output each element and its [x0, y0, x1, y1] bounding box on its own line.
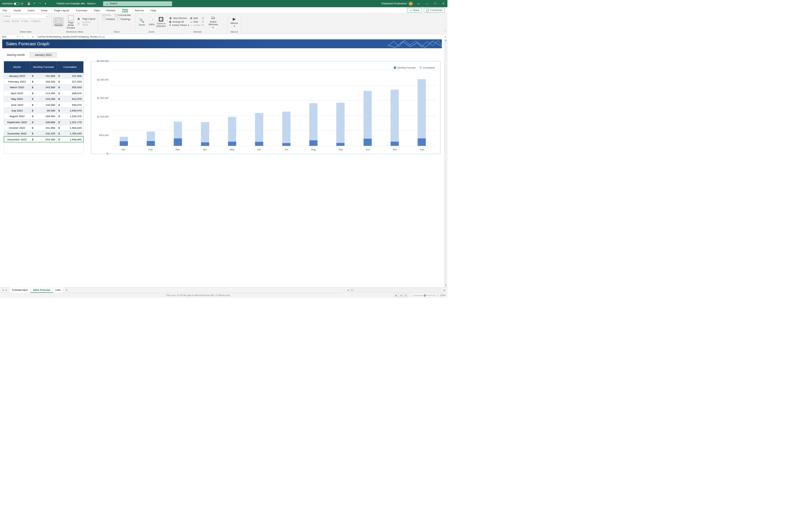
- collapse-ribbon-icon[interactable]: ⌃: [444, 30, 446, 33]
- fx-icon[interactable]: fx: [31, 35, 36, 38]
- undo-icon[interactable]: ↶: [33, 2, 36, 5]
- tab-file[interactable]: File: [3, 8, 7, 12]
- sheet-view-dropdown[interactable]: Default▾: [2, 14, 49, 18]
- formula-input[interactable]: =DATE(YEAR(Starting_Month),MONTH(Startin…: [35, 35, 447, 38]
- table-row[interactable]: July 2022$89,400$1,035,470: [4, 108, 83, 113]
- avatar[interactable]: SP: [409, 2, 413, 6]
- zoom-level[interactable]: 100%: [440, 294, 445, 297]
- tab-page-layout[interactable]: Page Layout: [54, 8, 69, 12]
- gridlines-checkbox[interactable]: Gridlines: [103, 18, 115, 21]
- zoom-button[interactable]: 🔍Zoom: [137, 17, 147, 26]
- tab-home[interactable]: Home: [14, 8, 21, 12]
- headings-checkbox[interactable]: Headings: [117, 18, 130, 21]
- table-row[interactable]: August 2022$184,900$1,220,370: [4, 113, 83, 119]
- zoom-100-button[interactable]: 📄100%: [148, 18, 155, 26]
- tab-review[interactable]: Review: [107, 8, 115, 12]
- formula-bar-checkbox[interactable]: ✓ Formula Bar: [115, 14, 131, 17]
- zoom-out-icon[interactable]: −: [410, 294, 412, 297]
- table-row[interactable]: November 2022$142,425$1,705,445: [4, 131, 83, 136]
- tab-data[interactable]: Data: [94, 8, 99, 12]
- ribbon-display-icon[interactable]: ▭: [414, 2, 423, 5]
- save-icon[interactable]: 💾: [27, 2, 30, 5]
- tab-help[interactable]: Help: [151, 8, 156, 12]
- scroll-down-icon[interactable]: ▼: [445, 284, 447, 287]
- vertical-scrollbar[interactable]: ▲ ▼: [444, 39, 447, 287]
- add-sheet-button[interactable]: ⊕: [63, 287, 70, 293]
- table-row[interactable]: February 2022$160,320$311,920: [4, 78, 83, 84]
- minimize-icon[interactable]: —: [423, 2, 431, 5]
- ruler-checkbox[interactable]: ✓ Ruler: [103, 14, 111, 17]
- custom-views-button[interactable]: ▥ Custom Views: [78, 21, 96, 26]
- unhide-button[interactable]: ▭Unhide: [190, 24, 201, 26]
- tab-draw[interactable]: Draw: [41, 8, 47, 12]
- bar-group: [391, 70, 399, 146]
- new-view-button[interactable]: ✦ New: [21, 20, 28, 22]
- qat-dropdown-icon[interactable]: ▾: [44, 2, 47, 5]
- sheet-next-icon[interactable]: ▶: [6, 288, 8, 291]
- keep-button[interactable]: ◇ Keep: [2, 20, 10, 22]
- exit-button[interactable]: ✖ Exit: [12, 20, 19, 22]
- macros-button[interactable]: ▶Macros▾: [229, 16, 240, 27]
- zoom-slider[interactable]: [413, 295, 435, 296]
- document-title[interactable]: FileInfo.com Example.xltm - Saved ▾: [49, 2, 103, 5]
- close-icon[interactable]: ✕: [439, 2, 447, 5]
- comments-button[interactable]: 💬Comments: [424, 8, 445, 12]
- table-row[interactable]: May 2022$143,200$812,070: [4, 96, 83, 101]
- y-tick-label: $-: [107, 152, 109, 155]
- search-box[interactable]: 🔍 Search: [103, 1, 172, 6]
- reset-window-icon[interactable]: ↺: [202, 24, 206, 26]
- arrange-all-button[interactable]: ▦Arrange All: [169, 20, 189, 23]
- maximize-icon[interactable]: ☐: [431, 2, 440, 5]
- tab-view[interactable]: View: [122, 8, 128, 12]
- view-options-button[interactable]: ≡ Options: [31, 20, 41, 22]
- group-label: Window: [168, 30, 227, 34]
- table-row[interactable]: January 2022$151,600$151,600: [4, 73, 83, 78]
- view-page-layout-icon[interactable]: ▤: [399, 293, 403, 297]
- table-row[interactable]: October 2022$241,850$1,563,020: [4, 125, 83, 130]
- sheet-tab[interactable]: Forecast Input: [10, 287, 31, 293]
- view-normal-icon[interactable]: ▦: [394, 293, 398, 297]
- view-side-by-side-icon[interactable]: ▯▯: [202, 17, 206, 19]
- starting-month-value[interactable]: January 2022: [29, 52, 57, 58]
- sheet-tab[interactable]: Lists: [53, 287, 63, 293]
- tab-insert[interactable]: Insert: [27, 8, 34, 12]
- switch-windows-button[interactable]: 🗂Switch Windows▾: [207, 15, 219, 29]
- normal-view-button[interactable]: Normal: [53, 17, 64, 26]
- fx-cancel-icon[interactable]: ✕: [21, 35, 26, 38]
- table-row[interactable]: December 2022$243,400$1,948,845: [4, 136, 83, 142]
- name-box[interactable]: B20▼: [1, 35, 20, 39]
- page-layout-button[interactable]: ▦ Page Layout: [78, 17, 96, 20]
- fx-enter-icon[interactable]: ✓: [26, 35, 31, 38]
- hscroll-left-icon[interactable]: ◀: [346, 289, 349, 291]
- split-button[interactable]: ▤Split: [190, 17, 201, 19]
- checkbox-icon: ✓: [115, 14, 117, 17]
- tab-formulas[interactable]: Formulas: [76, 8, 87, 12]
- hide-button[interactable]: ▭Hide: [190, 20, 201, 23]
- share-button[interactable]: ↗Share: [407, 8, 422, 12]
- sync-scroll-icon[interactable]: ⇅: [202, 20, 206, 23]
- autosave-toggle[interactable]: AutoSave Off: [0, 2, 25, 5]
- redo-icon[interactable]: ↷: [38, 2, 42, 5]
- table-row[interactable]: September 2022$100,800$1,321,170: [4, 119, 83, 125]
- account-name[interactable]: Sharpened Productions: [382, 2, 407, 5]
- scroll-up-icon[interactable]: ▲: [445, 39, 447, 42]
- page-title: Sales Forecast Graph: [6, 41, 50, 46]
- sheet-prev-icon[interactable]: ◀: [2, 288, 4, 291]
- page-break-button[interactable]: Page Break Preview: [65, 14, 76, 29]
- tab-addins[interactable]: Add-ins: [135, 8, 144, 12]
- worksheet-area[interactable]: Sales Forecast Graph Starting Month Janu…: [0, 39, 444, 287]
- table-row[interactable]: March 2022$243,500$555,420: [4, 84, 83, 90]
- forecast-chart[interactable]: Monthly Forecast Cumulative JanFebMarApr…: [91, 61, 440, 154]
- freeze-panes-button[interactable]: ❄Freeze Panes ▾: [169, 24, 189, 26]
- new-window-button[interactable]: ➕New Window: [169, 17, 189, 19]
- hscroll-right-icon[interactable]: ▶: [443, 289, 446, 291]
- table-row[interactable]: April 2022$113,450$668,870: [4, 90, 83, 96]
- zoom-in-icon[interactable]: +: [437, 294, 439, 297]
- zoom-selection-button[interactable]: 🔲Zoom to Selection: [156, 16, 166, 27]
- view-page-break-icon[interactable]: ▥: [404, 293, 408, 297]
- sheet-tab[interactable]: Sales Forecast: [30, 287, 53, 293]
- expand-formula-icon[interactable]: ▾: [445, 35, 446, 38]
- table-row[interactable]: June 2022$134,000$946,070: [4, 102, 83, 108]
- horizontal-scrollbar[interactable]: [351, 289, 442, 291]
- bar-cumulative: [364, 91, 372, 139]
